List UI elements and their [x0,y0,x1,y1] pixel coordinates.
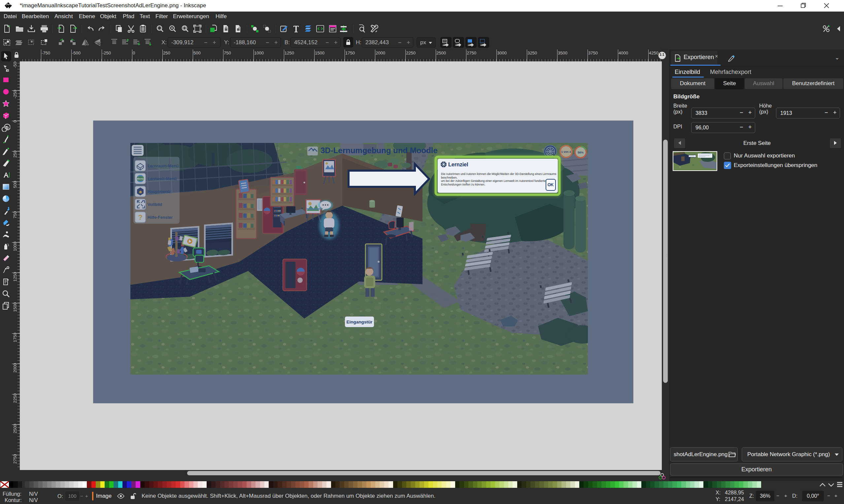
svg-text:beschreiben,: beschreiben, [441,176,457,179]
svg-text:Eingangstür: Eingangstür [346,320,373,324]
svg-text:Lernziel: Lernziel [448,162,468,167]
svg-text:Die Autorinnen und Autoren kön: Die Autorinnen und Autoren können die Mö… [441,172,557,176]
svg-text:OK: OK [547,182,554,187]
svg-text:Entscheidungen treffen zu könn: Entscheidungen treffen zu können. [441,183,485,186]
svg-text:um bei der zukünftigen Gestalt: um bei der zukünftigen Gestaltung einer … [441,179,545,182]
